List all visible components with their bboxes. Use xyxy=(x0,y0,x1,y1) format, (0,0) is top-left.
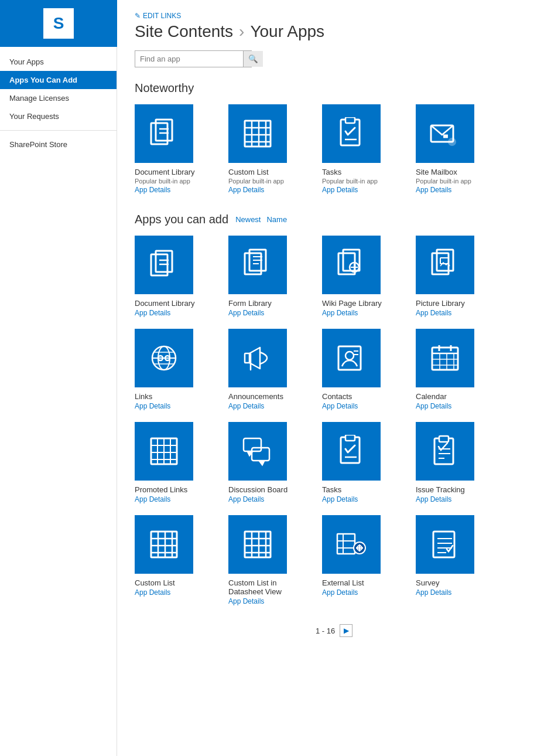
app-subtitle: Popular built-in app xyxy=(228,178,284,185)
app-tile-links: Links App Details xyxy=(135,329,217,410)
app-details-link[interactable]: App Details xyxy=(135,186,170,194)
sort-newest[interactable]: Newest xyxy=(235,215,261,224)
pagination-label: 1 - 16 xyxy=(316,626,335,635)
search-button[interactable]: 🔍 xyxy=(243,51,263,67)
app-tile-form-library: Form Library App Details xyxy=(228,236,310,317)
app-icon-discussion-board[interactable] xyxy=(228,422,287,481)
app-details-link[interactable]: App Details xyxy=(322,402,358,410)
app-details-link[interactable]: App Details xyxy=(322,588,358,597)
app-tile-custom-list-noteworthy: Custom List Popular built-in app App Det… xyxy=(228,104,310,194)
app-details-link[interactable]: App Details xyxy=(416,402,451,410)
sidebar: S Your Apps Apps You Can Add Manage Lice… xyxy=(0,0,117,756)
app-icon-survey[interactable] xyxy=(416,515,474,574)
app-details-link[interactable]: App Details xyxy=(228,186,264,194)
app-details-link[interactable]: App Details xyxy=(135,402,170,410)
app-tile-external-list: External List App Details xyxy=(322,515,404,605)
app-name: Calendar xyxy=(416,392,447,401)
logo-box: S xyxy=(43,8,74,39)
app-subtitle: Popular built-in app xyxy=(135,178,190,185)
app-tile-promoted-links: Promoted Links App Details xyxy=(135,422,217,503)
sidebar-item-manage-licenses[interactable]: Manage Licenses xyxy=(0,89,117,107)
title-main: Site Contents xyxy=(135,22,233,41)
edit-links-label: EDIT LINKS xyxy=(143,12,181,20)
sidebar-item-your-apps[interactable]: Your Apps xyxy=(0,53,117,71)
noteworthy-section: Noteworthy Document Library Popular buil… xyxy=(135,81,533,194)
sidebar-item-sharepoint-store[interactable]: SharePoint Store xyxy=(0,135,117,154)
app-details-link[interactable]: App Details xyxy=(322,309,358,317)
app-icon-calendar[interactable] xyxy=(416,329,474,387)
app-name: Form Library xyxy=(228,299,272,308)
app-details-link[interactable]: App Details xyxy=(416,495,451,503)
app-icon-issue-tracking[interactable] xyxy=(416,422,474,481)
app-details-link[interactable]: App Details xyxy=(416,588,451,597)
app-name: Custom List in Datasheet View xyxy=(228,578,310,596)
app-tile-discussion-board: Discussion Board App Details xyxy=(228,422,310,503)
sidebar-logo: S xyxy=(0,0,117,47)
app-name: Discussion Board xyxy=(228,485,288,494)
app-details-link[interactable]: App Details xyxy=(228,309,264,317)
app-icon-custom-list[interactable] xyxy=(135,515,193,574)
app-name: Document Library xyxy=(135,168,195,176)
app-icon-document-library[interactable] xyxy=(135,236,193,294)
sidebar-item-your-requests[interactable]: Your Requests xyxy=(0,107,117,125)
app-name: Tasks xyxy=(322,485,341,494)
app-name: Wiki Page Library xyxy=(322,299,382,308)
app-icon-form-library[interactable] xyxy=(228,236,287,294)
noteworthy-title: Noteworthy xyxy=(135,81,533,95)
app-name: Issue Tracking xyxy=(416,485,465,494)
app-icon-site-mailbox[interactable]: ✉ xyxy=(416,104,474,163)
app-tile-tasks-noteworthy: Tasks Popular built-in app App Details xyxy=(322,104,404,194)
app-icon-external-list[interactable] xyxy=(322,515,381,574)
app-details-link[interactable]: App Details xyxy=(416,309,451,317)
app-details-link[interactable]: App Details xyxy=(228,402,264,410)
app-icon-tasks[interactable] xyxy=(322,422,381,481)
app-name: Announcements xyxy=(228,392,283,401)
app-name: Custom List xyxy=(135,578,175,587)
app-details-link[interactable]: App Details xyxy=(135,309,170,317)
app-tile-custom-list: Custom List App Details xyxy=(135,515,217,605)
section-subtitle: Apps you can add Newest Name xyxy=(135,213,533,226)
title-sub: Your Apps xyxy=(250,22,324,41)
app-details-link[interactable]: App Details xyxy=(135,588,170,597)
svg-point-87 xyxy=(449,138,456,145)
app-icon-picture-library[interactable] xyxy=(416,236,474,294)
app-icon-document-library[interactable] xyxy=(135,104,193,163)
app-icon-custom-list[interactable] xyxy=(228,104,287,163)
app-tile-site-mailbox-noteworthy: ✉ Site Mailbox Popular built-in app App … xyxy=(416,104,498,194)
app-details-link[interactable]: App Details xyxy=(228,597,264,605)
app-name: Links xyxy=(135,392,152,401)
app-tile-custom-list-datasheet: Custom List in Datasheet View App Detail… xyxy=(228,515,310,605)
app-details-link[interactable]: App Details xyxy=(322,495,358,503)
app-details-link[interactable]: App Details xyxy=(135,495,170,503)
app-details-link[interactable]: App Details xyxy=(228,495,264,503)
app-icon-wiki-library[interactable] xyxy=(322,236,381,294)
app-details-link[interactable]: App Details xyxy=(322,186,358,194)
app-icon-contacts[interactable] xyxy=(322,329,381,387)
sidebar-item-apps-you-can-add[interactable]: Apps You Can Add xyxy=(0,71,117,89)
app-icon-promoted-links[interactable] xyxy=(135,422,193,481)
app-icon-announcements[interactable] xyxy=(228,329,287,387)
app-tile-issue-tracking: Issue Tracking App Details xyxy=(416,422,498,503)
app-icon-tasks[interactable] xyxy=(322,104,381,163)
app-name: Tasks xyxy=(322,168,341,176)
sidebar-nav: Your Apps Apps You Can Add Manage Licens… xyxy=(0,47,117,159)
page-title: Site Contents › Your Apps xyxy=(135,22,533,41)
svg-text:✉: ✉ xyxy=(443,134,448,139)
app-tile-picture-library: Picture Library App Details xyxy=(416,236,498,317)
app-icon-links[interactable] xyxy=(135,329,193,387)
edit-links[interactable]: ✎ EDIT LINKS xyxy=(135,12,533,20)
app-details-link[interactable]: App Details xyxy=(416,186,451,194)
sort-name[interactable]: Name xyxy=(266,215,287,224)
app-tile-contacts: Contacts App Details xyxy=(322,329,404,410)
pagination: 1 - 16 ▶ xyxy=(135,624,533,637)
apps-you-can-add-section: Apps you can add Newest Name Document Li… xyxy=(135,213,533,605)
app-subtitle: Popular built-in app xyxy=(322,178,378,185)
search-bar: 🔍 xyxy=(135,50,252,67)
app-name: Custom List xyxy=(228,168,269,176)
app-subtitle: Popular built-in app xyxy=(416,178,471,185)
app-icon-custom-list-datasheet[interactable] xyxy=(228,515,287,574)
search-input[interactable] xyxy=(135,51,243,67)
app-tile-survey: Survey App Details xyxy=(416,515,498,605)
pagination-next-button[interactable]: ▶ xyxy=(340,624,352,637)
title-separator: › xyxy=(239,22,244,41)
